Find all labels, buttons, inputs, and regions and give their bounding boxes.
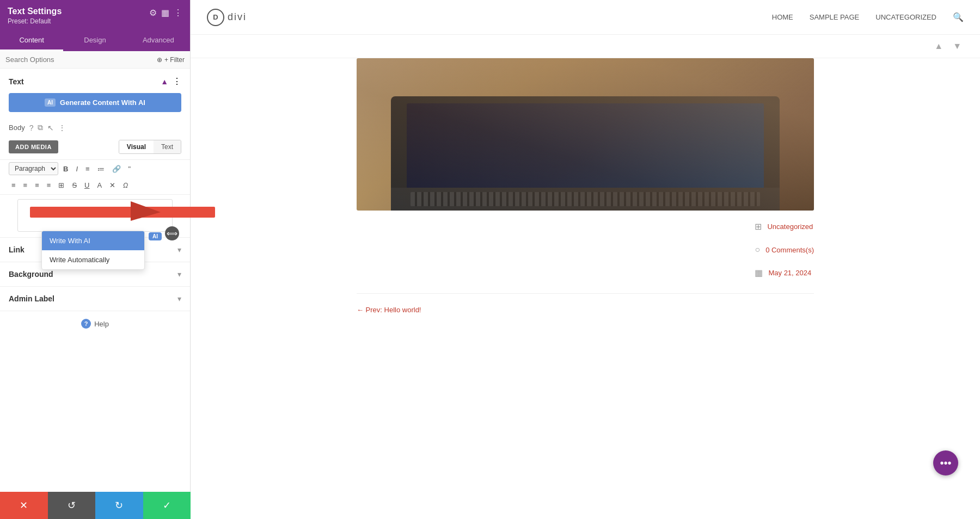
section-more-icon[interactable]: ⋮ xyxy=(173,76,181,86)
write-automatically-option[interactable]: Write Automatically xyxy=(42,250,144,269)
search-bar: ⊕ + Filter xyxy=(0,51,190,69)
settings-panel: Text Settings Preset: Default ⚙ ▦ ⋮ Cont… xyxy=(0,0,191,519)
underline-button[interactable]: U xyxy=(82,180,92,191)
admin-label-section: Admin Label ▾ xyxy=(0,286,190,311)
editor-tab-text[interactable]: Text xyxy=(154,140,181,153)
cursor-icon[interactable]: ↖ xyxy=(47,123,54,132)
text-section-header[interactable]: Text ▲ ⋮ xyxy=(0,69,190,93)
post-image xyxy=(357,58,814,211)
quote-button[interactable]: " xyxy=(126,163,134,175)
widget-list: ⊞ Uncategorized ○ 0 Comments(s) ▦ May 21… xyxy=(755,221,814,285)
chevron-up-icon[interactable]: ▲ xyxy=(932,39,945,53)
panel-preset[interactable]: Preset: Default xyxy=(8,17,62,25)
help-label[interactable]: Help xyxy=(94,320,109,328)
post-area: ⊞ Uncategorized ○ 0 Comments(s) ▦ May 21… xyxy=(340,58,830,519)
collapse-icon[interactable]: ▲ xyxy=(161,77,168,86)
tab-advanced[interactable]: Advanced xyxy=(127,30,190,51)
close-button[interactable]: ✕ xyxy=(0,492,48,519)
strikethrough-button[interactable]: S xyxy=(69,180,79,191)
body-more-icon[interactable]: ⋮ xyxy=(58,123,66,132)
comment-icon: ○ xyxy=(755,245,760,255)
expand-editor-button[interactable]: ⟺ xyxy=(165,226,179,240)
logo-text: divi xyxy=(228,11,247,23)
body-label: Body xyxy=(9,123,25,132)
special-char-button[interactable]: Ω xyxy=(120,180,131,191)
chevron-down-icon[interactable]: ▼ xyxy=(951,39,964,53)
search-input[interactable] xyxy=(5,55,157,64)
panel-header-controls: ⚙ ▦ ⋮ xyxy=(149,8,182,18)
italic-button[interactable]: I xyxy=(73,163,81,175)
admin-label-section-header[interactable]: Admin Label ▾ xyxy=(0,287,190,311)
content-controls: ▲ ▼ xyxy=(191,35,980,58)
admin-label-chevron-icon[interactable]: ▾ xyxy=(177,294,181,303)
clear-format-button[interactable]: ✕ xyxy=(107,180,118,191)
filter-button[interactable]: ⊕ + Filter xyxy=(157,56,185,64)
tab-content[interactable]: Content xyxy=(0,30,63,51)
sidebar-widgets: ⊞ Uncategorized ○ 0 Comments(s) ▦ May 21… xyxy=(357,221,814,285)
redo-button[interactable]: ↻ xyxy=(95,492,143,519)
text-section-title: Text xyxy=(9,77,24,86)
filter-icon: ⊕ xyxy=(157,56,162,64)
editor-area[interactable] xyxy=(17,199,173,232)
ordered-list-button[interactable]: ≔ xyxy=(95,163,107,175)
post-navigation: ← Prev: Hello world! xyxy=(357,293,814,314)
bottom-bar: ✕ ↺ ↻ ✓ xyxy=(0,492,191,519)
write-with-ai-option[interactable]: Write With AI xyxy=(42,231,144,250)
panel-tabs: Content Design Advanced xyxy=(0,30,190,51)
date-value: May 21, 2024 xyxy=(768,269,811,277)
align-right-button[interactable]: ≡ xyxy=(32,180,42,191)
help-icon: ? xyxy=(81,319,91,329)
nav-sample-page[interactable]: SAMPLE PAGE xyxy=(810,13,860,21)
main-content: D divi HOME SAMPLE PAGE UNCATEGORIZED 🔍 … xyxy=(191,0,980,519)
editor-tab-visual[interactable]: Visual xyxy=(119,140,154,153)
more-icon[interactable]: ⋮ xyxy=(174,8,182,18)
paragraph-select[interactable]: Paragraph xyxy=(9,162,58,175)
bold-button[interactable]: B xyxy=(60,163,71,175)
logo-circle: D xyxy=(207,9,224,26)
text-section-controls: ▲ ⋮ xyxy=(161,76,181,86)
help-circle-icon[interactable]: ? xyxy=(29,123,34,132)
text-section: Text ▲ ⋮ AI Generate Content With AI Bod… xyxy=(0,69,190,232)
comments-widget: ○ 0 Comments(s) xyxy=(755,245,814,255)
panel-title: Text Settings xyxy=(8,7,62,16)
align-center-button[interactable]: ≡ xyxy=(21,180,30,191)
editor-wrapper: Write With AI Write Automatically AI ⟺ xyxy=(9,199,181,232)
nav-home[interactable]: HOME xyxy=(772,13,793,21)
font-color-button[interactable]: A xyxy=(94,180,105,191)
category-value[interactable]: Uncategorized xyxy=(767,223,813,231)
align-justify-button[interactable]: ≡ xyxy=(44,180,54,191)
divi-logo[interactable]: D divi xyxy=(207,9,247,26)
formatting-toolbar-1: Paragraph B I ≡ ≔ 🔗 " xyxy=(0,159,190,177)
table-button[interactable]: ⊞ xyxy=(56,180,67,191)
unordered-list-button[interactable]: ≡ xyxy=(83,163,93,175)
nav-search-icon[interactable]: 🔍 xyxy=(953,12,964,22)
panel-content: Text ▲ ⋮ AI Generate Content With AI Bod… xyxy=(0,69,190,519)
grid-icon: ⊞ xyxy=(755,221,762,232)
body-toolbar: Body ? ⧉ ↖ ⋮ xyxy=(0,120,190,137)
copy-icon[interactable]: ⧉ xyxy=(38,123,43,132)
ai-dropdown-menu: Write With AI Write Automatically xyxy=(41,231,145,270)
link-button[interactable]: 🔗 xyxy=(109,163,124,175)
calendar-icon: ▦ xyxy=(755,268,763,278)
columns-icon[interactable]: ▦ xyxy=(161,8,169,18)
date-widget: ▦ May 21, 2024 xyxy=(755,268,811,278)
background-chevron-icon[interactable]: ▾ xyxy=(177,270,181,279)
prev-post-link[interactable]: ← Prev: Hello world! xyxy=(357,306,421,314)
undo-button[interactable]: ↺ xyxy=(48,492,96,519)
link-section-title: Link xyxy=(9,245,24,254)
add-media-button[interactable]: ADD MEDIA xyxy=(9,140,58,153)
comments-value: 0 Comments(s) xyxy=(765,246,814,254)
add-media-bar: ADD MEDIA Visual Text xyxy=(0,137,190,159)
link-chevron-icon[interactable]: ▾ xyxy=(177,245,181,254)
save-button[interactable]: ✓ xyxy=(143,492,191,519)
nav-links: HOME SAMPLE PAGE UNCATEGORIZED 🔍 xyxy=(772,12,964,22)
panel-footer: ? Help xyxy=(0,311,190,336)
floating-action-button[interactable]: ••• xyxy=(933,450,958,475)
nav-uncategorized[interactable]: UNCATEGORIZED xyxy=(875,13,936,21)
ai-button-label: Generate Content With AI xyxy=(60,98,145,107)
settings-icon[interactable]: ⚙ xyxy=(149,8,157,18)
tab-design[interactable]: Design xyxy=(63,30,126,51)
top-nav: D divi HOME SAMPLE PAGE UNCATEGORIZED 🔍 xyxy=(191,0,980,35)
generate-ai-button[interactable]: AI Generate Content With AI xyxy=(9,93,181,112)
align-left-button[interactable]: ≡ xyxy=(9,180,19,191)
